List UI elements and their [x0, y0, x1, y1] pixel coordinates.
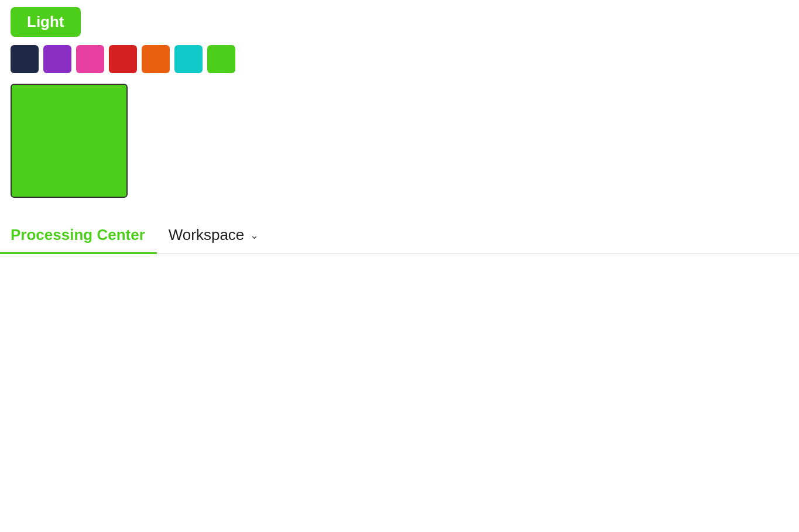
main-content — [0, 254, 799, 277]
color-preview — [11, 84, 128, 198]
swatch-green[interactable] — [207, 45, 235, 73]
tab-processing-center[interactable]: Processing Center — [0, 218, 157, 254]
chevron-down-icon: ⌄ — [250, 229, 259, 242]
swatch-purple[interactable] — [43, 45, 71, 73]
swatch-cyan[interactable] — [174, 45, 203, 73]
swatch-hot-pink[interactable] — [76, 45, 104, 73]
swatch-red[interactable] — [109, 45, 137, 73]
top-section: Light — [0, 0, 799, 205]
tabs-row: Processing Center Workspace ⌄ — [0, 218, 799, 253]
tab-workspace[interactable]: Workspace ⌄ — [157, 218, 271, 254]
swatch-orange[interactable] — [142, 45, 170, 73]
color-swatches — [11, 45, 788, 73]
swatch-dark-navy[interactable] — [11, 45, 39, 73]
light-button[interactable]: Light — [11, 7, 81, 37]
workspace-label: Workspace — [169, 226, 245, 244]
tabs-section: Processing Center Workspace ⌄ — [0, 218, 799, 254]
